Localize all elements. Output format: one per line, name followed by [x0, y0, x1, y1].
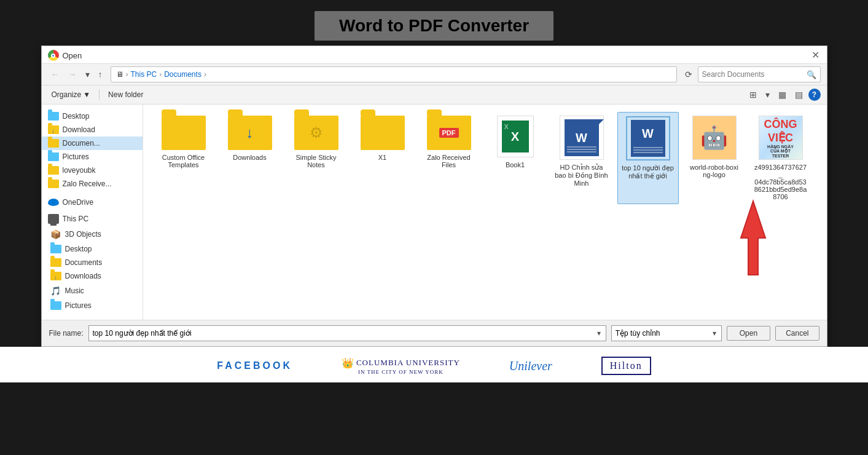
- file-label-hd-chinh: HD Chỉnh sửabao bì Đồng BìnhMinh: [555, 164, 608, 187]
- file-item-z4991[interactable]: CÔNG VIỆC HÀNG NGÀY CỦA MỘT TESTER z4991…: [750, 112, 811, 204]
- world-robot-icon: 🤖: [692, 116, 737, 160]
- file-item-simple-sticky[interactable]: Simple StickyNotes: [286, 112, 347, 204]
- sidebar-item-thispc[interactable]: This PC: [42, 212, 143, 226]
- file-grid: Custom OfficeTemplates Downloads Simple …: [143, 105, 827, 320]
- file-label-downloads: Downloads: [233, 154, 266, 161]
- loveyoubk-icon: [48, 166, 59, 175]
- page-title-area: Word to PDF Converter: [0, 0, 868, 46]
- breadcrumb-thispc[interactable]: This PC: [131, 70, 157, 79]
- refresh-button[interactable]: ⟳: [682, 68, 695, 81]
- filename-input[interactable]: [93, 329, 593, 338]
- breadcrumb-pc-icon: 🖥: [116, 70, 123, 79]
- arrow-annotation: [729, 195, 778, 283]
- sidebar-label-documents: Documen...: [63, 139, 100, 148]
- sidebar-label-downloads2: Downloads: [65, 272, 101, 280]
- filetype-dropdown-button[interactable]: ▾: [711, 329, 717, 338]
- brand-columbia: 👑 COLUMBIA UNIVERSITY IN THE CITY OF NEW…: [342, 357, 460, 375]
- file-item-zalo-received[interactable]: PDF Zalo ReceivedFiles: [418, 112, 480, 204]
- hd-chinh-icon: W: [560, 116, 604, 160]
- page-title-box: Word to PDF Converter: [315, 11, 553, 41]
- file-label-custom-office: Custom OfficeTemplates: [162, 154, 205, 168]
- sidebar-item-desktop[interactable]: Desktop: [42, 109, 143, 123]
- filename-dropdown-button[interactable]: ▾: [596, 329, 602, 338]
- file-item-top10[interactable]: W top 10 người đẹpnhất thế giới: [617, 112, 679, 204]
- simple-sticky-icon: [294, 116, 338, 150]
- up-button[interactable]: ↑: [95, 68, 106, 81]
- file-item-hd-chinh[interactable]: W HD Chỉnh sửabao bì Đồng BìnhMinh: [551, 112, 612, 204]
- breadcrumb-documents[interactable]: Documents: [164, 70, 201, 79]
- nav-bar: ← → ▾ ↑ 🖥 › This PC › Documents › ⟳ 🔍: [42, 64, 827, 85]
- organize-button[interactable]: Organize ▼: [48, 89, 95, 101]
- view-detail-button[interactable]: ▤: [792, 88, 806, 101]
- file-label-top10: top 10 người đẹpnhất thế giới: [622, 164, 674, 180]
- custom-office-icon: [162, 116, 206, 150]
- dropdown-nav-button[interactable]: ▾: [82, 68, 93, 81]
- view-grid-button[interactable]: ⊞: [746, 88, 760, 101]
- sidebar-item-downloads2[interactable]: Downloads: [42, 269, 143, 283]
- brand-columbia-top: 👑 COLUMBIA UNIVERSITY: [342, 357, 460, 369]
- sidebar-item-download[interactable]: Download: [42, 123, 143, 136]
- file-item-downloads[interactable]: Downloads: [219, 112, 281, 204]
- file-item-book1[interactable]: X Book1: [485, 112, 546, 204]
- file-label-z4991: z4991364737627_04dc78b5ca8d538621bbd5ed9…: [754, 164, 808, 200]
- documents-icon: [48, 139, 59, 148]
- word-lines-top10: [633, 147, 663, 154]
- brand-bar: FACEBOOK 👑 COLUMBIA UNIVERSITY IN THE CI…: [0, 347, 868, 382]
- chrome-icon: [48, 50, 59, 61]
- desktop2-icon: [50, 245, 61, 253]
- open-button[interactable]: Open: [727, 326, 770, 341]
- search-input[interactable]: [702, 70, 804, 79]
- back-button[interactable]: ←: [48, 68, 63, 81]
- sidebar-item-onedrive[interactable]: OneDrive: [42, 196, 143, 209]
- desktop-icon: [48, 112, 59, 121]
- title-bar-left: Open: [48, 50, 82, 61]
- columbia-crown: 👑: [342, 357, 354, 369]
- file-item-world-robot[interactable]: 🤖 world-robot-boxing-logo: [684, 112, 745, 204]
- sidebar-label-loveyoubk: loveyoubk: [63, 166, 96, 175]
- sidebar-item-music[interactable]: 🎵 Music: [42, 283, 143, 299]
- downloads-folder-icon: [228, 116, 272, 150]
- sidebar-item-pictures2[interactable]: Pictures: [42, 299, 143, 312]
- sidebar-item-pictures[interactable]: Pictures: [42, 150, 143, 164]
- music-icon: 🎵: [50, 285, 61, 296]
- open-dialog: Open ✕ ← → ▾ ↑ 🖥 › This PC › Documents ›…: [41, 46, 827, 347]
- zalo-received-icon: PDF: [427, 116, 471, 150]
- cancel-button[interactable]: Cancel: [775, 326, 819, 341]
- sidebar-label-download: Download: [63, 125, 95, 134]
- organize-label: Organize: [52, 90, 82, 99]
- brand-unilever: Unilever: [509, 359, 552, 373]
- sidebar-item-documents[interactable]: Documen...: [42, 136, 143, 150]
- word-inner-top10: W: [631, 120, 665, 157]
- file-item-custom-office[interactable]: Custom OfficeTemplates: [153, 112, 214, 204]
- sidebar-item-3dobjects[interactable]: 📦 3D Objects: [42, 226, 143, 242]
- new-folder-button[interactable]: New folder: [104, 89, 147, 101]
- sidebar-label-pictures2: Pictures: [65, 301, 92, 310]
- sidebar-item-loveyoubk[interactable]: loveyoubk: [42, 164, 143, 177]
- help-button[interactable]: ?: [808, 89, 821, 101]
- filetype-select[interactable]: Tệp tùy chỉnh: [616, 329, 709, 338]
- photo-content: CÔNG VIỆC HÀNG NGÀY CỦA MỘT TESTER: [759, 116, 802, 160]
- 3dobjects-icon: 📦: [50, 229, 61, 240]
- pdf-badge: PDF: [439, 128, 459, 138]
- view-dropdown-button[interactable]: ▾: [762, 88, 773, 101]
- sidebar-item-desktop2[interactable]: Desktop: [42, 242, 143, 256]
- sidebar-label-desktop2: Desktop: [65, 245, 92, 253]
- sidebar-label-3dobjects: 3D Objects: [65, 230, 101, 239]
- toolbar: Organize ▼ New folder ⊞ ▾ ▦ ▤ ?: [42, 85, 827, 105]
- file-item-x1[interactable]: X1: [352, 112, 413, 204]
- sidebar-label-pictures: Pictures: [63, 152, 89, 161]
- forward-button[interactable]: →: [65, 68, 80, 81]
- zalo-icon: [48, 180, 59, 188]
- downloads2-icon: [50, 272, 61, 280]
- view-list-button[interactable]: ▦: [775, 88, 789, 101]
- book1-icon: X: [497, 116, 534, 157]
- download-icon: [48, 125, 59, 134]
- sidebar-label-desktop: Desktop: [63, 112, 90, 121]
- file-label-zalo-received: Zalo ReceivedFiles: [427, 154, 470, 168]
- toolbar-right: ⊞ ▾ ▦ ▤ ?: [746, 88, 821, 101]
- sidebar-item-documents2[interactable]: Documents: [42, 256, 143, 269]
- title-bar: Open ✕: [42, 46, 827, 64]
- close-button[interactable]: ✕: [810, 50, 821, 60]
- pictures-icon: [48, 152, 59, 161]
- sidebar-item-zalo[interactable]: Zalo Receive...: [42, 177, 143, 191]
